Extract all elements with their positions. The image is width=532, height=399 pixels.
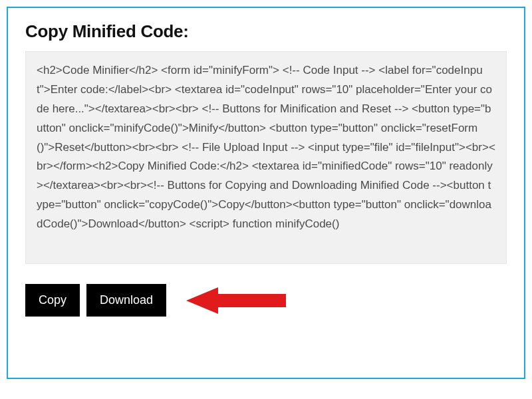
- section-heading: Copy Minified Code:: [25, 21, 507, 42]
- download-button[interactable]: Download: [86, 284, 166, 317]
- arrow-left-icon: [186, 285, 286, 316]
- minified-code-panel: Copy Minified Code: Copy Download: [7, 7, 525, 379]
- minified-code-wrapper: [25, 51, 507, 267]
- svg-marker-0: [186, 287, 286, 314]
- action-button-row: Copy Download: [25, 284, 507, 317]
- copy-button[interactable]: Copy: [25, 284, 80, 317]
- minified-code-textarea[interactable]: [25, 51, 507, 264]
